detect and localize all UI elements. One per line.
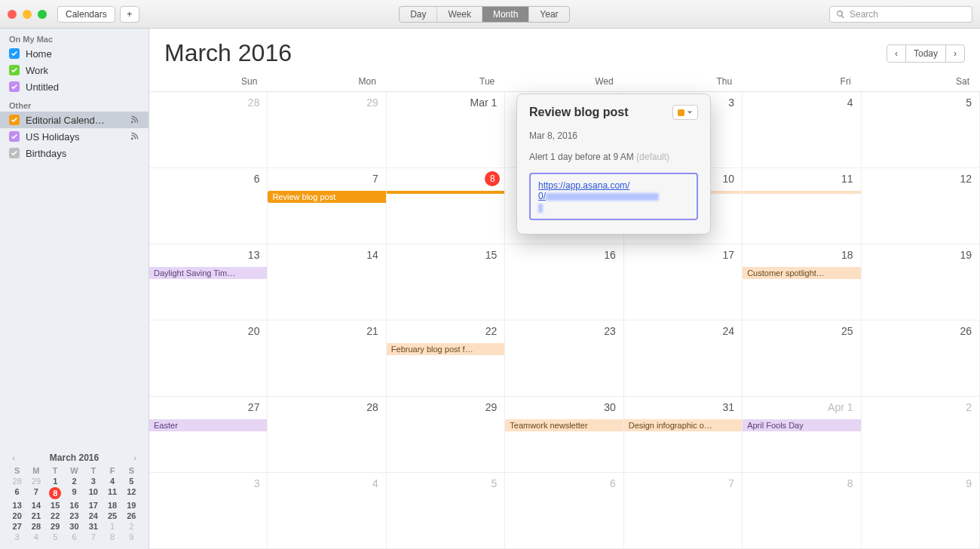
calendars-toggle-button[interactable]: Calendars [57, 6, 115, 23]
event-alert-label[interactable]: Alert 1 day before at 9 AM (default) [529, 152, 698, 162]
day-cell[interactable]: 31Design infographic o… [624, 397, 743, 473]
view-month[interactable]: Month [482, 7, 529, 22]
day-cell[interactable]: 11 [743, 168, 861, 244]
mini-day-cell[interactable]: 24 [85, 511, 101, 520]
day-cell[interactable]: 28 [149, 92, 268, 168]
day-cell[interactable]: 14 [268, 244, 386, 321]
day-cell[interactable]: 12 [862, 168, 980, 244]
event-date-label[interactable]: Mar 8, 2016 [529, 130, 698, 141]
mini-day-cell[interactable]: 16 [66, 501, 82, 510]
mini-next-month-button[interactable]: › [130, 453, 139, 462]
mini-day-cell[interactable]: 9 [66, 487, 82, 499]
mini-day-cell[interactable]: 6 [66, 532, 82, 541]
mini-day-cell[interactable]: 22 [47, 511, 63, 520]
day-cell[interactable]: 6 [149, 168, 268, 244]
mini-day-cell[interactable]: 17 [85, 501, 101, 510]
mini-day-cell[interactable]: 28 [28, 522, 44, 531]
mini-day-cell[interactable]: 25 [104, 511, 120, 520]
day-cell[interactable]: Mar 1 [387, 92, 505, 168]
day-cell[interactable]: 23 [505, 321, 623, 397]
calendar-event[interactable] [743, 191, 860, 194]
mini-day-cell[interactable]: 3 [9, 532, 25, 541]
sidebar-calendar-item[interactable]: US Holidays [0, 128, 149, 145]
calendar-checkbox[interactable] [9, 81, 20, 92]
day-cell[interactable]: Apr 1April Fools Day [743, 397, 861, 473]
day-cell[interactable]: 7 [624, 473, 743, 549]
mini-day-cell[interactable]: 8 [49, 487, 61, 499]
day-cell[interactable]: 22February blog post f… [387, 321, 505, 397]
mini-day-cell[interactable]: 1 [47, 477, 63, 486]
mini-prev-month-button[interactable]: ‹ [9, 453, 18, 462]
day-cell[interactable]: 20 [149, 321, 268, 397]
day-cell[interactable]: 27Easter [149, 397, 268, 473]
mini-day-cell[interactable]: 12 [124, 487, 139, 499]
day-cell[interactable]: 9 [862, 473, 980, 549]
day-cell[interactable]: 18Customer spotlight… [743, 244, 861, 321]
mini-day-cell[interactable]: 9 [124, 532, 139, 541]
add-calendar-button[interactable]: + [120, 6, 139, 23]
event-calendar-picker[interactable] [672, 105, 698, 120]
day-cell[interactable]: 13Daylight Saving Tim… [149, 244, 268, 321]
event-url-field[interactable]: https://app.asana.com/ 0/ [529, 173, 698, 220]
day-cell[interactable]: 4 [268, 473, 386, 549]
mini-day-cell[interactable]: 31 [85, 522, 101, 531]
mini-day-cell[interactable]: 15 [47, 501, 63, 510]
day-cell[interactable]: 19 [862, 244, 980, 321]
mini-day-cell[interactable]: 20 [9, 511, 25, 520]
calendar-event[interactable]: Design infographic o… [624, 419, 742, 431]
day-cell[interactable]: 7Review blog post [268, 168, 386, 244]
day-cell[interactable]: 3 [149, 473, 268, 549]
event-url-link[interactable]: https://app.asana.com/ [538, 180, 629, 191]
mini-day-cell[interactable]: 5 [124, 477, 139, 486]
day-cell[interactable]: 21 [268, 321, 386, 397]
mini-day-cell[interactable]: 7 [28, 487, 44, 499]
minimize-window-button[interactable] [23, 10, 32, 19]
mini-day-cell[interactable]: 2 [124, 522, 139, 531]
day-cell[interactable]: 5 [862, 92, 980, 168]
next-month-button[interactable]: › [945, 44, 965, 63]
day-cell[interactable]: 4 [743, 92, 861, 168]
day-cell[interactable]: 28 [268, 397, 386, 473]
view-week[interactable]: Week [437, 7, 482, 22]
calendar-event[interactable]: Teamwork newsletter [505, 419, 623, 431]
calendar-event[interactable]: Customer spotlight… [743, 267, 860, 279]
calendar-checkbox[interactable] [9, 65, 20, 75]
view-day[interactable]: Day [400, 7, 437, 22]
mini-day-cell[interactable]: 5 [47, 532, 63, 541]
mini-day-cell[interactable]: 14 [28, 501, 44, 510]
mini-day-cell[interactable]: 10 [85, 487, 101, 499]
sidebar-calendar-item[interactable]: Home [0, 45, 149, 62]
fullscreen-window-button[interactable] [38, 10, 47, 19]
calendar-event[interactable]: Review blog post [268, 191, 385, 203]
day-cell[interactable]: 8 [387, 168, 505, 244]
day-cell[interactable]: 26 [862, 321, 980, 397]
day-cell[interactable]: 5 [387, 473, 505, 549]
day-cell[interactable]: 15 [387, 244, 505, 321]
mini-day-cell[interactable]: 2 [66, 477, 82, 486]
mini-day-cell[interactable]: 13 [9, 501, 25, 510]
calendar-event[interactable]: April Fools Day [743, 419, 860, 431]
view-year[interactable]: Year [529, 7, 568, 22]
calendar-checkbox[interactable] [9, 115, 20, 125]
day-cell[interactable]: 17 [624, 244, 743, 321]
mini-day-cell[interactable]: 4 [28, 532, 44, 541]
mini-day-cell[interactable]: 18 [104, 501, 120, 510]
day-cell[interactable]: 24 [624, 321, 743, 397]
calendar-event[interactable] [387, 191, 504, 194]
sidebar-calendar-item[interactable]: Birthdays [0, 145, 149, 161]
sidebar-calendar-item[interactable]: Work [0, 62, 149, 78]
calendar-event[interactable]: Easter [149, 419, 267, 431]
mini-day-cell[interactable]: 1 [104, 522, 120, 531]
event-title[interactable]: Review blog post [529, 106, 629, 119]
mini-day-cell[interactable]: 21 [28, 511, 44, 520]
day-cell[interactable]: 29 [268, 92, 386, 168]
day-cell[interactable]: 25 [743, 321, 861, 397]
mini-day-cell[interactable]: 19 [124, 501, 139, 510]
today-button[interactable]: Today [906, 44, 945, 63]
mini-day-cell[interactable]: 29 [47, 522, 63, 531]
day-cell[interactable]: 6 [505, 473, 623, 549]
calendar-checkbox[interactable] [9, 48, 20, 59]
mini-day-cell[interactable]: 26 [124, 511, 139, 520]
prev-month-button[interactable]: ‹ [887, 44, 906, 63]
mini-day-cell[interactable]: 29 [28, 477, 44, 486]
